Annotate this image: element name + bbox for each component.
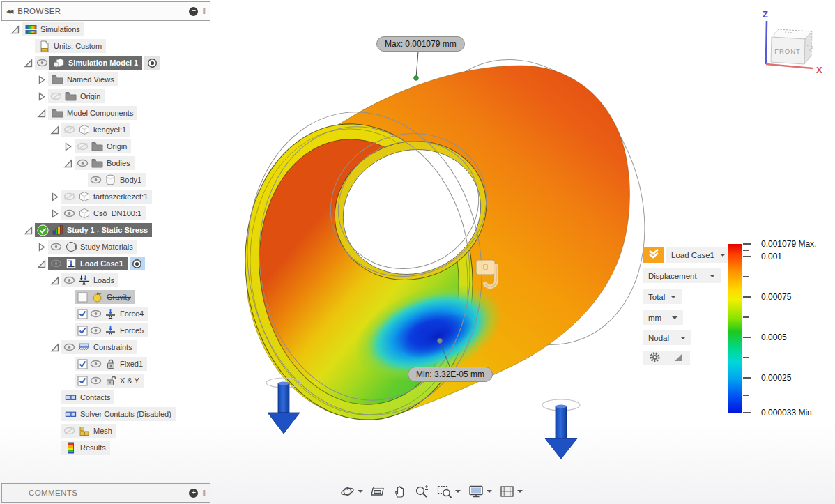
chevron-down-icon[interactable]: [517, 490, 523, 493]
pan-icon: [393, 484, 407, 498]
gear-icon: [649, 351, 661, 365]
scale-tick-label: 0.001079 Max.: [761, 239, 816, 249]
chevron-down-icon: [680, 337, 686, 339]
grid-display-button[interactable]: [498, 483, 524, 500]
scale-major-tick: [743, 377, 751, 379]
scale-minor-tick: [743, 357, 749, 358]
browser-panel-header[interactable]: ◀◀ BROWSER − ‖: [1, 1, 210, 21]
chevron-down-icon: [720, 254, 726, 257]
load-case-button[interactable]: [643, 247, 664, 263]
zoom-window-button[interactable]: [436, 483, 462, 500]
scale-major-tick: [743, 256, 751, 257]
view-cube[interactable]: Z X FRONT: [763, 9, 822, 75]
scale-minor-tick: [743, 395, 749, 396]
chevron-down-icon[interactable]: [358, 490, 363, 493]
minus-circle-icon[interactable]: −: [189, 7, 198, 16]
chevron-down-icon: [672, 316, 677, 319]
scale-minor-tick: [743, 276, 749, 277]
component-dropdown[interactable]: Total: [643, 289, 682, 304]
navigation-toolbar: [339, 483, 529, 500]
max-annotation-pill[interactable]: Max: 0.001079 mm: [376, 36, 465, 52]
pan-button[interactable]: [392, 483, 408, 500]
legend-color-scale[interactable]: [728, 244, 742, 413]
force5-arrow[interactable]: [542, 399, 580, 459]
scale-major-tick: [743, 412, 751, 413]
scale-tick-label: 0.00075: [761, 292, 791, 302]
chevron-down-icon: [671, 296, 676, 298]
result-type-dropdown[interactable]: Displacement: [643, 268, 721, 283]
scale-minor-tick: [743, 316, 749, 318]
viewcube-front-face-label[interactable]: FRONT: [774, 47, 801, 55]
corner-triangle-icon: [673, 352, 684, 364]
legend-settings-button[interactable]: [643, 351, 666, 365]
scale-major-tick: [743, 243, 751, 245]
force4-arrow[interactable]: [266, 378, 301, 434]
orbit-button[interactable]: [339, 483, 365, 500]
browser-panel-title: BROWSER: [17, 7, 189, 15]
scale-major-tick: [743, 296, 751, 298]
browser-panel: ◀◀ BROWSER − ‖: [1, 1, 210, 21]
comments-panel: COMMENTS + ‖: [1, 483, 210, 503]
max-probe: [414, 52, 418, 80]
zoom-window-icon: [437, 484, 452, 498]
double-check-icon: [647, 248, 661, 262]
panel-grip[interactable]: ‖: [202, 7, 206, 15]
scale-tick-label: 0.000033 Min.: [761, 408, 814, 418]
load-case-dropdown[interactable]: Load Case1: [666, 247, 731, 263]
unit-dropdown[interactable]: mm: [643, 310, 683, 325]
scale-tick-label: 0.00025: [761, 373, 791, 383]
chevrons-left-icon[interactable]: ◀◀: [6, 8, 12, 15]
panel-grip[interactable]: ‖: [202, 489, 206, 497]
scale-tick-label: 0.0005: [761, 333, 787, 342]
orbit-icon: [340, 484, 355, 498]
plus-circle-icon[interactable]: +: [189, 489, 198, 498]
axis-z-label: Z: [763, 9, 768, 20]
result-type-label: Displacement: [648, 272, 697, 280]
comments-panel-header[interactable]: COMMENTS + ‖: [1, 483, 210, 503]
scale-tick-label: 0.001: [761, 252, 782, 261]
averaging-label: Nodal: [648, 334, 669, 342]
scale-major-tick: [743, 337, 751, 338]
chevron-down-icon: [710, 275, 715, 277]
unit-label: mm: [648, 314, 661, 322]
look-at-icon: [371, 484, 385, 498]
scale-minor-tick: [743, 250, 749, 251]
display-settings-icon: [468, 484, 484, 498]
axis-x-label: X: [816, 65, 822, 75]
legend-resize-button[interactable]: [666, 351, 690, 365]
chevron-down-icon[interactable]: [487, 490, 492, 493]
component-label: Total: [648, 293, 665, 301]
chevron-down-icon[interactable]: [455, 490, 461, 493]
display-settings-button[interactable]: [467, 483, 493, 500]
zoom-icon: [415, 484, 429, 498]
grid-display-icon: [500, 484, 514, 498]
look-at-button[interactable]: [369, 483, 387, 500]
min-annotation-pill[interactable]: Min: 3.32E-05 mm: [408, 367, 493, 382]
comments-panel-title: COMMENTS: [6, 489, 189, 497]
zoom-button[interactable]: [413, 483, 431, 500]
averaging-dropdown[interactable]: Nodal: [643, 330, 691, 345]
load-case-dropdown-label: Load Case1: [671, 251, 714, 259]
